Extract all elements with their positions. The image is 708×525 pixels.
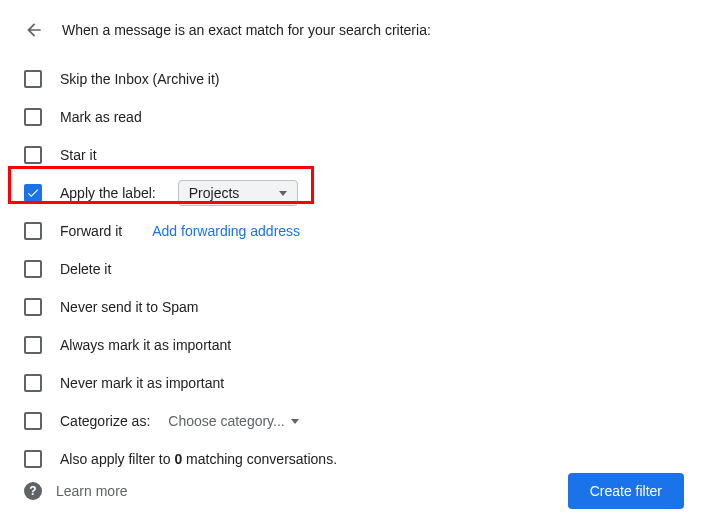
checkbox-delete-it[interactable] xyxy=(24,260,42,278)
label-delete-it: Delete it xyxy=(60,261,111,277)
label-never-spam: Never send it to Spam xyxy=(60,299,199,315)
checkbox-always-important[interactable] xyxy=(24,336,42,354)
label-always-important: Always mark it as important xyxy=(60,337,231,353)
learn-more-link[interactable]: Learn more xyxy=(56,483,128,499)
checkbox-categorize-as[interactable] xyxy=(24,412,42,430)
checkbox-mark-as-read[interactable] xyxy=(24,108,42,126)
checkbox-also-apply[interactable] xyxy=(24,450,42,468)
checkbox-never-spam[interactable] xyxy=(24,298,42,316)
label-apply-label: Apply the label: xyxy=(60,185,156,201)
also-apply-prefix: Also apply filter to xyxy=(60,451,174,467)
categorize-as-dropdown[interactable]: Choose category... xyxy=(168,413,298,429)
label-star-it: Star it xyxy=(60,147,97,163)
label-also-apply: Also apply filter to 0 matching conversa… xyxy=(60,451,337,467)
label-never-important: Never mark it as important xyxy=(60,375,224,391)
checkbox-star-it[interactable] xyxy=(24,146,42,164)
header-title: When a message is an exact match for you… xyxy=(62,22,431,38)
also-apply-suffix: matching conversations. xyxy=(182,451,337,467)
categorize-as-value: Choose category... xyxy=(168,413,284,429)
apply-label-dropdown[interactable]: Projects xyxy=(178,180,298,206)
label-mark-as-read: Mark as read xyxy=(60,109,142,125)
apply-label-value: Projects xyxy=(189,185,240,201)
chevron-down-icon xyxy=(291,419,299,424)
label-forward-it: Forward it xyxy=(60,223,122,239)
checkbox-apply-label[interactable] xyxy=(24,184,42,202)
checkbox-forward-it[interactable] xyxy=(24,222,42,240)
checkbox-never-important[interactable] xyxy=(24,374,42,392)
label-categorize-as: Categorize as: xyxy=(60,413,150,429)
add-forwarding-address-link[interactable]: Add forwarding address xyxy=(152,223,300,239)
help-icon[interactable]: ? xyxy=(24,482,42,500)
checkbox-skip-inbox[interactable] xyxy=(24,70,42,88)
chevron-down-icon xyxy=(279,191,287,196)
label-skip-inbox: Skip the Inbox (Archive it) xyxy=(60,71,220,87)
create-filter-button[interactable]: Create filter xyxy=(568,473,684,509)
back-arrow-icon[interactable] xyxy=(24,20,44,40)
